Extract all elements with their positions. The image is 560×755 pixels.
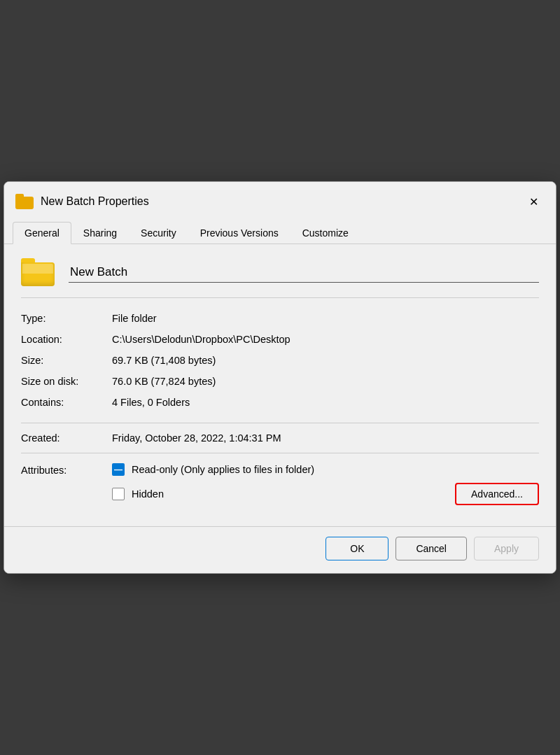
apply-button[interactable]: Apply (474, 537, 539, 560)
advanced-button[interactable]: Advanced... (455, 483, 539, 505)
size-value: 69.7 KB (71,408 bytes) (112, 355, 216, 366)
close-button[interactable]: ✕ (522, 190, 545, 213)
type-label: Type: (21, 313, 112, 324)
properties-dialog: New Batch Properties ✕ General Sharing S… (4, 181, 556, 574)
tab-content: Type: File folder Location: C:\Users\Del… (4, 244, 556, 526)
title-bar-left: New Batch Properties (15, 194, 149, 209)
hidden-checkbox[interactable] (112, 488, 125, 500)
folder-name-row (21, 258, 539, 286)
attribute-checkboxes: Read-only (Only applies to files in fold… (112, 463, 539, 505)
attributes-label: Attributes: (21, 463, 112, 476)
dialog-title: New Batch Properties (41, 195, 149, 208)
size-row: Size: 69.7 KB (71,408 bytes) (21, 350, 539, 371)
tabs-row: General Sharing Security Previous Versio… (4, 216, 556, 244)
tab-previous-versions[interactable]: Previous Versions (188, 222, 290, 244)
location-row: Location: C:\Users\Delodun\Dropbox\PC\De… (21, 329, 539, 350)
button-bar: OK Cancel Apply (4, 526, 556, 573)
contains-value: 4 Files, 0 Folders (112, 397, 190, 408)
attributes-section: Attributes: Read-only (Only applies to f… (21, 463, 539, 505)
readonly-label: Read-only (Only applies to files in fold… (132, 464, 314, 475)
created-label: Created: (21, 432, 112, 444)
divider-bottom (21, 453, 539, 453)
folder-name-input[interactable] (69, 262, 539, 283)
divider-mid (21, 423, 539, 423)
cancel-button[interactable]: Cancel (396, 537, 467, 560)
contains-row: Contains: 4 Files, 0 Folders (21, 392, 539, 413)
location-label: Location: (21, 334, 112, 345)
hidden-row: Hidden Advanced... (112, 483, 539, 505)
created-row: Created: Friday, October 28, 2022, 1:04:… (21, 428, 539, 449)
location-value: C:\Users\Delodun\Dropbox\PC\Desktop (112, 334, 290, 345)
readonly-row: Read-only (Only applies to files in fold… (112, 463, 539, 476)
size-on-disk-row: Size on disk: 76.0 KB (77,824 bytes) (21, 371, 539, 392)
tab-security[interactable]: Security (129, 222, 188, 244)
type-value: File folder (112, 313, 157, 324)
type-row: Type: File folder (21, 308, 539, 329)
size-label: Size: (21, 355, 112, 366)
divider-top (21, 297, 539, 298)
folder-icon-large (21, 258, 55, 286)
size-on-disk-label: Size on disk: (21, 376, 112, 387)
title-bar: New Batch Properties ✕ (4, 182, 556, 213)
title-folder-icon (15, 194, 34, 209)
info-table: Type: File folder Location: C:\Users\Del… (21, 308, 539, 413)
contains-label: Contains: (21, 397, 112, 408)
created-value: Friday, October 28, 2022, 1:04:31 PM (112, 432, 281, 444)
ok-button[interactable]: OK (326, 537, 388, 560)
size-on-disk-value: 76.0 KB (77,824 bytes) (112, 376, 216, 387)
tab-sharing[interactable]: Sharing (71, 222, 129, 244)
hidden-label: Hidden (132, 488, 164, 500)
readonly-checkbox[interactable] (112, 463, 125, 476)
tab-general[interactable]: General (13, 222, 71, 244)
tab-customize[interactable]: Customize (290, 222, 360, 244)
